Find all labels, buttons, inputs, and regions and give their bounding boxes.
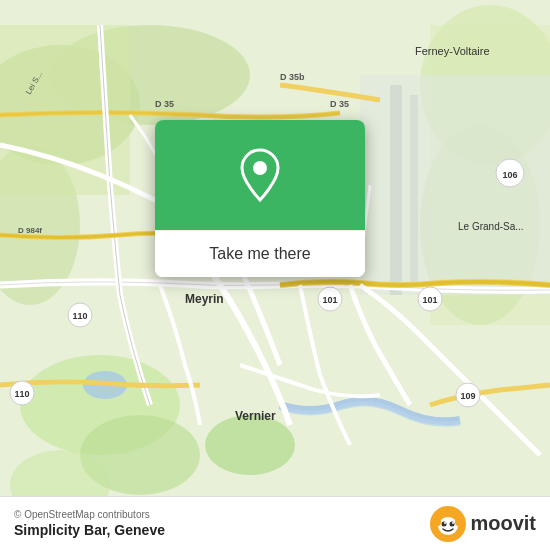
svg-text:D 35: D 35 [155, 99, 174, 109]
svg-rect-13 [390, 85, 402, 295]
svg-text:110: 110 [72, 311, 87, 321]
svg-text:Vernier: Vernier [235, 409, 276, 423]
svg-text:Meyrin: Meyrin [185, 292, 224, 306]
svg-text:110: 110 [14, 389, 29, 399]
svg-point-44 [435, 518, 441, 526]
svg-point-37 [253, 161, 267, 175]
svg-text:101: 101 [322, 295, 337, 305]
svg-text:D 35b: D 35b [280, 72, 305, 82]
popup-tail [250, 276, 270, 277]
svg-point-39 [438, 517, 458, 535]
moovit-brand-text: moovit [470, 512, 536, 535]
svg-rect-12 [360, 75, 550, 295]
take-me-there-button[interactable]: Take me there [155, 230, 365, 277]
moovit-logo: moovit [430, 506, 536, 542]
svg-point-45 [455, 518, 461, 526]
bottom-left: © OpenStreetMap contributors Simplicity … [14, 509, 165, 538]
svg-text:106: 106 [502, 170, 517, 180]
svg-point-42 [444, 522, 446, 524]
svg-text:101: 101 [422, 295, 437, 305]
map-container: 106 101 101 110 110 109 D 35 D 35b D 35 … [0, 0, 550, 550]
svg-text:D 35: D 35 [330, 99, 349, 109]
svg-point-11 [205, 415, 295, 475]
svg-rect-14 [410, 95, 418, 285]
moovit-mascot-icon [430, 506, 466, 542]
bottom-bar: © OpenStreetMap contributors Simplicity … [0, 496, 550, 550]
svg-text:Ferney-Voltaire: Ferney-Voltaire [415, 45, 490, 57]
location-name: Simplicity Bar, Geneve [14, 522, 165, 538]
location-pin-icon [235, 145, 285, 205]
osm-attribution: © OpenStreetMap contributors [14, 509, 165, 520]
svg-point-43 [452, 522, 454, 524]
popup-card: Take me there [155, 120, 365, 277]
svg-point-41 [450, 521, 455, 526]
svg-point-40 [442, 521, 447, 526]
popup-header [155, 120, 365, 230]
svg-text:109: 109 [460, 391, 475, 401]
svg-text:D 984f: D 984f [18, 226, 42, 235]
svg-text:Le Grand-Sa...: Le Grand-Sa... [458, 221, 524, 232]
